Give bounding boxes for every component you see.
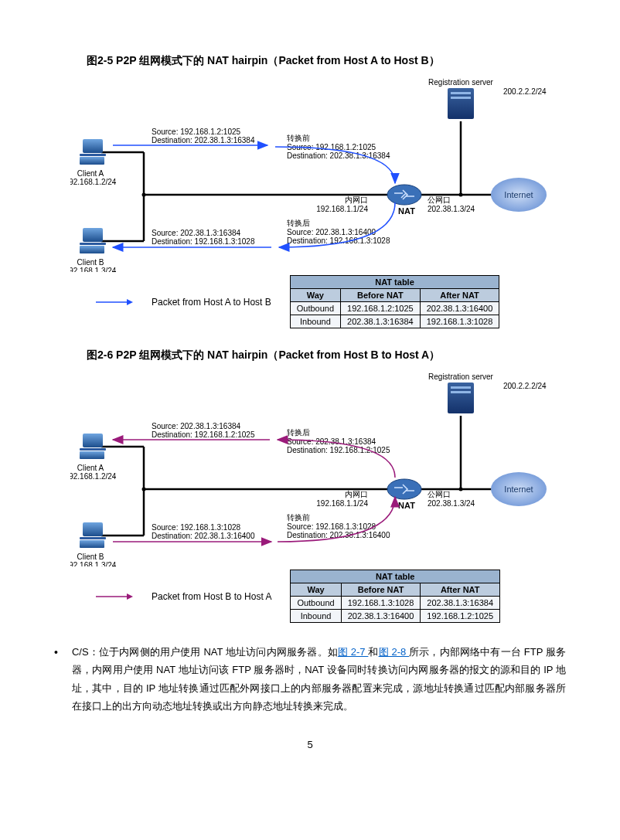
svg-text:Client B: Client B bbox=[77, 553, 104, 561]
svg-text:公网口: 公网口 bbox=[428, 196, 451, 204]
svg-text:Internet: Internet bbox=[504, 190, 533, 199]
bullet-icon: • bbox=[54, 643, 58, 716]
svg-rect-11 bbox=[80, 157, 104, 165]
svg-text:NAT: NAT bbox=[398, 206, 415, 216]
svg-text:192.168.1.3/24: 192.168.1.3/24 bbox=[70, 267, 117, 272]
svg-text:200.2.2.2/24: 200.2.2.2/24 bbox=[503, 87, 547, 96]
registration-server-icon bbox=[448, 383, 474, 413]
svg-text:Source: 202.38.1.3:16384: Source: 202.38.1.3:16384 bbox=[152, 422, 241, 430]
para-text2: 和 bbox=[368, 646, 378, 658]
svg-text:转换后: 转换后 bbox=[287, 219, 310, 227]
svg-text:Destination: 202.38.1.3:16400: Destination: 202.38.1.3:16400 bbox=[152, 532, 255, 540]
svg-marker-91 bbox=[127, 593, 133, 600]
client-a-icon bbox=[80, 139, 106, 165]
svg-text:202.38.1.3/24: 202.38.1.3/24 bbox=[428, 205, 475, 213]
nat-router-icon bbox=[387, 185, 421, 205]
svg-text:Source: 192.168.1.3:1028: Source: 192.168.1.3:1028 bbox=[287, 522, 376, 531]
figure2-nat-table: NAT table Way Before NAT After NAT Outbo… bbox=[290, 570, 500, 623]
svg-rect-26 bbox=[451, 92, 471, 94]
svg-text:Source: 202.38.1.3:16384: Source: 202.38.1.3:16384 bbox=[287, 437, 376, 446]
svg-rect-73 bbox=[451, 391, 471, 393]
svg-point-8 bbox=[459, 193, 463, 197]
svg-rect-55 bbox=[83, 434, 103, 447]
figure2-caption: 图2-6 P2P 组网模式下的 NAT hairpin（Packet from … bbox=[87, 349, 566, 362]
svg-text:192.168.1.2/24: 192.168.1.2/24 bbox=[70, 178, 117, 186]
svg-rect-57 bbox=[80, 451, 104, 459]
svg-text:192.168.1.1/24: 192.168.1.1/24 bbox=[316, 499, 368, 508]
figure2-diagram: Client A 192.168.1.2/24 Client B 192.168… bbox=[70, 373, 550, 566]
svg-point-53 bbox=[142, 488, 146, 491]
svg-text:Source: 192.168.1.3:1028: Source: 192.168.1.3:1028 bbox=[152, 523, 241, 532]
svg-text:Registration server: Registration server bbox=[428, 373, 494, 381]
legend-arrow-blue bbox=[96, 298, 133, 306]
figure1-diagram: Client A 192.168.1.2/24 Client B 192.168… bbox=[70, 79, 550, 272]
registration-server-icon bbox=[448, 88, 474, 119]
svg-text:NAT: NAT bbox=[398, 501, 415, 510]
svg-rect-61 bbox=[80, 537, 106, 539]
svg-text:Source: 202.38.1.3:16384: Source: 202.38.1.3:16384 bbox=[152, 229, 241, 237]
svg-rect-56 bbox=[80, 448, 106, 451]
svg-rect-27 bbox=[451, 97, 471, 99]
svg-text:192.168.1.1/24: 192.168.1.1/24 bbox=[316, 205, 368, 213]
svg-rect-60 bbox=[83, 522, 103, 536]
svg-point-65 bbox=[387, 479, 421, 499]
svg-text:Destination: 192.168.1.2:1025: Destination: 192.168.1.2:1025 bbox=[152, 430, 255, 439]
client-b-icon bbox=[80, 228, 106, 253]
svg-text:Destination: 202.38.1.3:16384: Destination: 202.38.1.3:16384 bbox=[287, 151, 390, 160]
svg-text:Source: 202.38.1.3:16400: Source: 202.38.1.3:16400 bbox=[287, 228, 376, 236]
page-number: 5 bbox=[54, 739, 566, 750]
svg-text:Internet: Internet bbox=[504, 485, 533, 494]
legend-arrow-magenta bbox=[96, 593, 133, 600]
internet-cloud-icon: Internet bbox=[491, 178, 547, 212]
svg-rect-15 bbox=[80, 243, 106, 245]
svg-text:192.168.1.3/24: 192.168.1.3/24 bbox=[70, 561, 117, 566]
svg-rect-62 bbox=[80, 540, 104, 548]
svg-text:Client A: Client A bbox=[77, 169, 104, 178]
svg-text:Destination: 192.168.1.3:1028: Destination: 192.168.1.3:1028 bbox=[152, 237, 255, 246]
svg-text:Destination: 202.38.1.3:16384: Destination: 202.38.1.3:16384 bbox=[152, 136, 255, 145]
svg-text:Client B: Client B bbox=[77, 258, 104, 267]
svg-text:内网口: 内网口 bbox=[345, 490, 368, 498]
link-fig28[interactable]: 图 2-8 bbox=[379, 646, 410, 658]
svg-point-7 bbox=[142, 193, 146, 197]
svg-text:200.2.2.2/24: 200.2.2.2/24 bbox=[503, 382, 547, 390]
svg-rect-72 bbox=[451, 386, 471, 389]
svg-text:Source: 192.168.1.2:1025: Source: 192.168.1.2:1025 bbox=[152, 128, 241, 136]
client-a-icon bbox=[80, 434, 106, 459]
cs-paragraph: • C/S：位于内网侧的用户使用 NAT 地址访问内网服务器。如图 2-7 和图… bbox=[54, 643, 566, 716]
svg-text:Client A: Client A bbox=[77, 464, 104, 472]
para-text1: 位于内网侧的用户使用 NAT 地址访问内网服务器。如 bbox=[99, 646, 338, 658]
client-b-icon bbox=[80, 522, 106, 548]
svg-rect-14 bbox=[83, 228, 103, 242]
svg-text:Registration server: Registration server bbox=[428, 79, 494, 87]
svg-rect-10 bbox=[80, 154, 106, 156]
figure2-legend-text: Packet from Host B to Host A bbox=[152, 591, 271, 602]
svg-text:转换前: 转换前 bbox=[287, 513, 310, 522]
svg-text:Destination: 202.38.1.3:16400: Destination: 202.38.1.3:16400 bbox=[287, 531, 390, 539]
svg-rect-16 bbox=[80, 246, 104, 253]
figure1-nat-table: NAT table Way Before NAT After NAT Outbo… bbox=[290, 275, 500, 328]
svg-point-54 bbox=[459, 488, 463, 491]
nat-router-icon bbox=[387, 479, 421, 499]
svg-text:转换前: 转换前 bbox=[287, 134, 310, 142]
svg-rect-9 bbox=[83, 139, 103, 153]
svg-marker-45 bbox=[127, 299, 133, 305]
link-fig27[interactable]: 图 2-7 bbox=[338, 646, 369, 658]
svg-text:202.38.1.3/24: 202.38.1.3/24 bbox=[428, 499, 475, 508]
svg-text:转换后: 转换后 bbox=[287, 428, 310, 437]
internet-cloud-icon: Internet bbox=[491, 472, 547, 506]
svg-text:192.168.1.2/24: 192.168.1.2/24 bbox=[70, 472, 117, 481]
figure1-legend-text: Packet from Host A to Host B bbox=[152, 297, 271, 308]
svg-text:公网口: 公网口 bbox=[428, 490, 451, 498]
svg-text:内网口: 内网口 bbox=[345, 196, 368, 204]
para-prefix: C/S： bbox=[72, 646, 99, 658]
figure1-caption: 图2-5 P2P 组网模式下的 NAT hairpin（Packet from … bbox=[87, 54, 566, 68]
